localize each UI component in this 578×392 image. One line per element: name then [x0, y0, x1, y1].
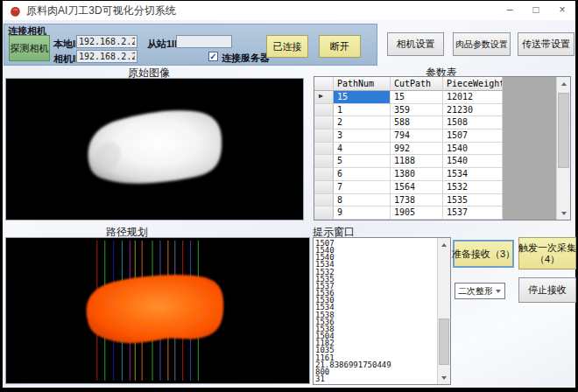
row-header[interactable]: ▶ [314, 91, 334, 104]
table-cell[interactable]: 12012 [443, 91, 503, 104]
connect-server-checkbox[interactable]: ✓ [208, 52, 218, 61]
table-cell[interactable]: 6 [334, 168, 391, 181]
table-cell[interactable]: 1534 [443, 168, 503, 181]
camera-ip-input[interactable] [76, 50, 137, 63]
disconnect-button[interactable]: 断开 [319, 35, 361, 58]
path-plan-image [6, 238, 309, 383]
trigger-capture-button[interactable]: 触发一次采集 （4） [518, 237, 576, 270]
row-header[interactable] [314, 116, 334, 130]
table-row[interactable]: 715641532 [314, 181, 503, 194]
row-header[interactable] [314, 181, 334, 194]
maximize-button[interactable]: □ [523, 1, 549, 20]
table-row[interactable]: ▶151512012 [314, 91, 503, 104]
table-row[interactable]: 613801534 [314, 168, 503, 181]
params-table: PathNum CutPath PieceWeight ▶15151201213… [314, 76, 571, 220]
local-ip-input[interactable] [76, 35, 137, 48]
table-cell[interactable]: 1564 [391, 181, 443, 194]
table-cell[interactable]: 1540 [443, 155, 503, 168]
row-header[interactable] [314, 155, 334, 168]
table-cell[interactable]: 4 [334, 143, 391, 156]
table-cell[interactable]: 3 [334, 130, 391, 143]
table-row[interactable]: 135921230 [314, 104, 503, 117]
stop-receive-button[interactable]: 停止接收 [518, 277, 576, 303]
table-cell[interactable]: 1540 [443, 143, 503, 156]
ready-receive-button[interactable]: 准备接收（3） [453, 240, 514, 268]
table-cell[interactable]: 21230 [443, 104, 503, 117]
minimize-button[interactable]: – [497, 1, 523, 20]
prompt-line[interactable]: 21.8386991750449 [315, 361, 437, 368]
path-plan-view [5, 237, 310, 384]
prompt-line[interactable]: 31 [315, 375, 437, 382]
scroll-up-icon[interactable] [557, 77, 570, 90]
table-cell[interactable]: 359 [391, 104, 443, 117]
row-header[interactable] [314, 206, 334, 220]
close-button[interactable]: × [549, 1, 575, 20]
conveyor-settings-button[interactable]: 传送带设置 [518, 32, 574, 56]
meat-params-settings-button[interactable]: 肉品参数设置 [453, 32, 511, 56]
main-content: 连接相机 探测相机 本地IP 相机IP 从站1IP ✓ 连接服务器 已连接 断开… [3, 20, 575, 388]
column-header-pieceweight[interactable]: PieceWeight [443, 77, 503, 91]
scroll-up-icon[interactable] [438, 238, 450, 251]
connected-button[interactable]: 已连接 [266, 35, 308, 58]
table-cell[interactable]: 1 [334, 104, 391, 117]
prompt-list: 1507154015401534153215351537153615301534… [315, 240, 437, 383]
table-row[interactable]: 511881540 [314, 155, 503, 168]
scroll-down-icon[interactable] [557, 206, 570, 220]
row-header[interactable] [314, 168, 334, 181]
prompt-scrollbar-thumb[interactable] [439, 318, 449, 365]
original-image-view [5, 78, 304, 220]
table-scrollbar-thumb[interactable] [558, 93, 569, 168]
table-cell[interactable]: 5 [334, 155, 391, 168]
table-cell[interactable]: 9 [334, 206, 391, 220]
table-cell[interactable]: 1905 [391, 206, 443, 220]
prompt-scrollbar[interactable] [437, 238, 450, 384]
table-cell[interactable]: 15 [334, 91, 391, 104]
table-cell[interactable]: 1188 [391, 155, 443, 168]
row-header[interactable] [314, 143, 334, 156]
corner-header-cell [314, 77, 334, 91]
window-title: 原料肉AI刀工3D可视化分切系统 [26, 4, 497, 18]
app-window: 原料肉AI刀工3D可视化分切系统 – □ × 连接相机 探测相机 本地IP 相机… [3, 1, 575, 388]
row-header[interactable] [314, 194, 334, 207]
meat-depth-image [6, 79, 303, 220]
table-cell[interactable]: 15 [391, 91, 443, 104]
column-header-cutpath[interactable]: CutPath [391, 77, 443, 91]
table-cell[interactable]: 992 [391, 143, 443, 156]
prompt-line[interactable]: 800 [315, 368, 437, 375]
table-cell[interactable]: 8 [334, 194, 391, 207]
row-header[interactable] [314, 104, 334, 117]
table-row[interactable]: 817381535 [314, 194, 503, 207]
table-cell[interactable]: 2 [334, 116, 391, 130]
table-cell[interactable]: 1738 [391, 194, 443, 207]
trigger-capture-line2: （4） [535, 254, 560, 265]
table-row[interactable]: 37941507 [314, 130, 503, 143]
slave-ip-input[interactable] [176, 35, 232, 48]
app-icon [10, 5, 21, 17]
reshape-dropdown-value: 二次整形 [455, 285, 492, 298]
table-cell[interactable]: 794 [391, 130, 443, 143]
camera-settings-button[interactable]: 相机设置 [387, 32, 444, 56]
row-header[interactable] [314, 130, 334, 143]
trigger-capture-line1: 触发一次采集 [518, 242, 576, 254]
table-cell[interactable]: 1508 [443, 116, 503, 130]
table-cell[interactable]: 1380 [391, 168, 443, 181]
column-header-pathnum[interactable]: PathNum [334, 77, 391, 91]
reshape-dropdown[interactable]: 二次整形 [455, 283, 505, 299]
table-cell[interactable]: 1532 [443, 181, 503, 194]
detect-camera-button[interactable]: 探测相机 [9, 35, 50, 61]
connect-server-label: 连接服务器 [222, 52, 270, 65]
scroll-down-icon[interactable] [438, 371, 450, 384]
table-scrollbar[interactable] [556, 77, 570, 220]
table-cell[interactable]: 1507 [443, 130, 503, 143]
table-row[interactable]: 919051537 [314, 206, 503, 220]
prompt-window-listbox[interactable]: 1507154015401534153215351537153615301534… [313, 237, 451, 385]
params-table-rows: ▶151512012135921230258815083794150749921… [314, 91, 503, 220]
table-cell[interactable]: 1537 [443, 206, 503, 220]
table-row[interactable]: 25881508 [314, 116, 503, 130]
table-cell[interactable]: 1535 [443, 194, 503, 207]
table-cell[interactable]: 588 [391, 116, 443, 130]
camera-connection-group: 连接相机 探测相机 本地IP 相机IP 从站1IP ✓ 连接服务器 已连接 断开 [4, 24, 377, 66]
chevron-down-icon[interactable] [492, 284, 504, 298]
table-cell[interactable]: 7 [334, 181, 391, 194]
table-row[interactable]: 49921540 [314, 143, 503, 156]
